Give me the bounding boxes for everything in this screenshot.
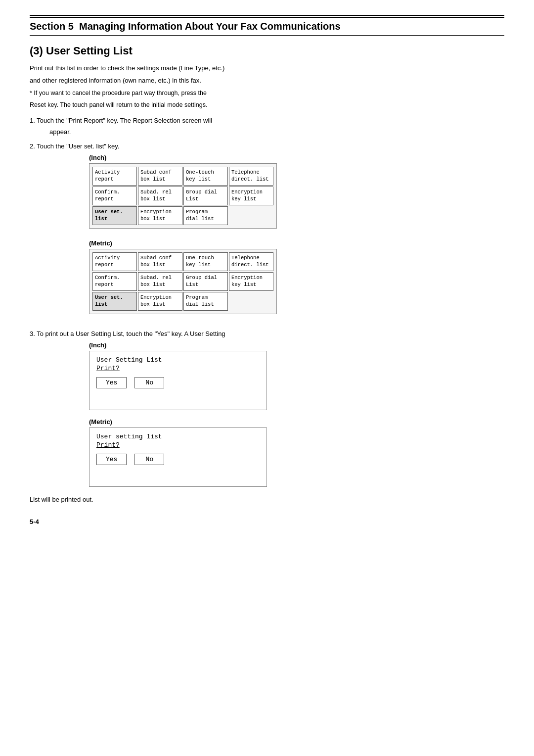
ui-btn-encryption-key-inch[interactable]: Encryptionkey list (229, 187, 273, 205)
step3-text: 3. To print out a User Setting List, tou… (30, 330, 504, 337)
inch-dialog-panel: User Setting List Print? Yes No (89, 351, 267, 410)
metric-label-1: (Metric) (89, 239, 504, 247)
ui-btn-activity-report-inch[interactable]: Activityreport (92, 167, 137, 186)
ui-btn-subad-conf-metric[interactable]: Subad confbox list (138, 252, 182, 271)
section-header: Section 5 Managing Information About You… (30, 17, 504, 36)
intro-note2: Reset key. The touch panel will return t… (30, 100, 504, 110)
metric-yes-button[interactable]: Yes (96, 454, 127, 465)
ui-btn-subad-rel-metric[interactable]: Subad. relbox list (138, 272, 182, 291)
ui-btn-group-dial-list-metric[interactable]: Group dialList (183, 272, 228, 291)
ui-btn-telephone-direct-inch[interactable]: Telephonedirect. list (229, 167, 273, 186)
ui-btn-confirm-report-metric[interactable]: Confirm.report (92, 272, 137, 291)
ui-btn-group-dial-list-inch[interactable]: Group dialList (183, 187, 228, 205)
intro-note1: * If you want to cancel the procedure pa… (30, 88, 504, 98)
ui-btn-encryption-box-metric[interactable]: Encryptionbox list (138, 292, 182, 311)
ui-btn-confirm-report-inch[interactable]: Confirm.report (92, 187, 137, 205)
inch-dialog-buttons: Yes No (96, 377, 260, 388)
ui-btn-encryption-key-metric[interactable]: Encryptionkey list (229, 272, 273, 291)
intro-line1: Print out this list in order to check th… (30, 63, 504, 74)
page-title: (3) User Setting List (30, 45, 504, 57)
metric-dialog-subtitle: Print? (96, 441, 260, 449)
inch-no-button[interactable]: No (134, 377, 164, 388)
inch-dialog-title: User Setting List (96, 356, 260, 364)
ui-btn-empty-metric (229, 292, 273, 311)
inch-dialog-subtitle: Print? (96, 365, 260, 372)
ui-btn-program-dial-metric[interactable]: Programdial list (183, 292, 228, 311)
ui-btn-user-set-list-inch[interactable]: User set.list (92, 206, 137, 225)
metric-dialog-panel: User setting list Print? Yes No (89, 427, 267, 487)
inch-yes-button[interactable]: Yes (96, 377, 127, 388)
metric-dialog-title: User setting list (96, 433, 260, 440)
inch-label-1: (Inch) (89, 154, 504, 161)
metric-button-grid-1: Activityreport Subad confbox list One-to… (92, 252, 273, 311)
metric-label-2: (Metric) (89, 418, 504, 425)
ui-btn-one-touch-metric[interactable]: One-touchkey list (183, 252, 228, 271)
metric-dialog-buttons: Yes No (96, 454, 260, 465)
footer-text: List will be printed out. (30, 496, 504, 503)
appear-text: appear. (49, 128, 504, 136)
inch-label-2: (Inch) (89, 341, 504, 349)
step2-text: 2. Touch the "User set. list" key. (30, 142, 504, 150)
ui-btn-telephone-direct-metric[interactable]: Telephonedirect. list (229, 252, 273, 271)
intro-line2: and other registered information (own na… (30, 76, 504, 86)
step1-text: 1. Touch the "Print Report" key. The Rep… (30, 117, 504, 124)
page-number: 5-4 (30, 518, 504, 525)
metric-ui-panel-1: Activityreport Subad confbox list One-to… (89, 249, 277, 314)
ui-btn-program-dial-inch[interactable]: Programdial list (183, 206, 228, 225)
section-title: Section 5 Managing Information About You… (30, 21, 504, 32)
ui-btn-subad-conf-inch[interactable]: Subad confbox list (138, 167, 182, 186)
ui-btn-encryption-box-inch[interactable]: Encryptionbox list (138, 206, 182, 225)
ui-btn-activity-report-metric[interactable]: Activityreport (92, 252, 137, 271)
metric-no-button[interactable]: No (134, 454, 164, 465)
ui-btn-empty-inch (229, 206, 273, 225)
ui-btn-subad-rel-inch[interactable]: Subad. relbox list (138, 187, 182, 205)
inch-ui-panel-1: Activityreport Subad confbox list One-to… (89, 163, 277, 229)
ui-btn-user-set-list-metric[interactable]: User set.list (92, 292, 137, 311)
ui-btn-one-touch-inch[interactable]: One-touchkey list (183, 167, 228, 186)
inch-button-grid-1: Activityreport Subad confbox list One-to… (92, 167, 273, 225)
